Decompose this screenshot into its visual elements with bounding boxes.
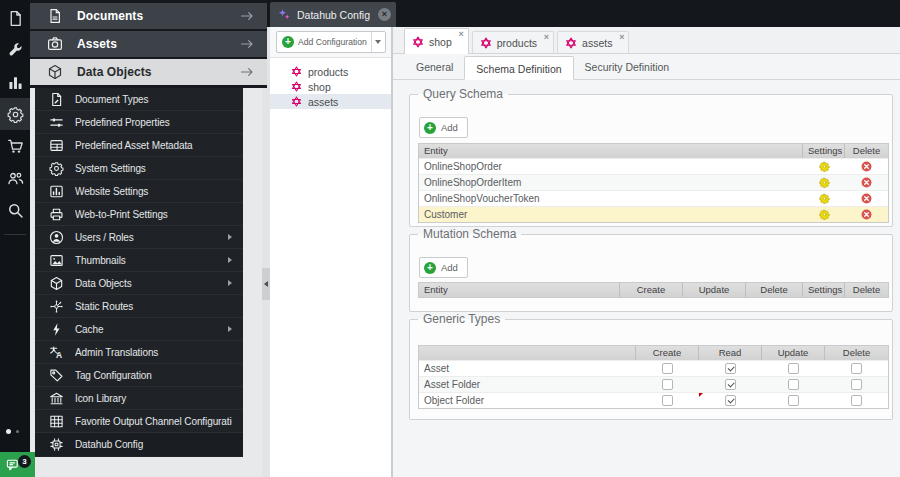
menu-item-document-types[interactable]: Document Types bbox=[35, 88, 243, 111]
mutation-add-button[interactable]: + Add bbox=[419, 257, 468, 278]
query-add-button[interactable]: + Add bbox=[419, 117, 468, 138]
settings-gear-icon[interactable] bbox=[819, 209, 830, 220]
editor-tab-assets[interactable]: assets× bbox=[557, 31, 629, 53]
read-checkbox[interactable] bbox=[725, 395, 736, 406]
add-configuration-button[interactable]: + Add Configuration bbox=[276, 31, 386, 53]
plus-icon: + bbox=[424, 122, 436, 134]
menu-item-web-to-print-settings[interactable]: Web-to-Print Settings bbox=[35, 203, 243, 226]
activity-tools-button[interactable] bbox=[0, 34, 30, 66]
close-icon[interactable]: × bbox=[619, 33, 624, 42]
update-checkbox[interactable] bbox=[788, 379, 799, 390]
column-header-blank[interactable] bbox=[419, 346, 636, 360]
table-row[interactable]: OnlineShopVoucherToken bbox=[419, 190, 888, 206]
delete-icon[interactable] bbox=[861, 161, 872, 172]
activity-search-button[interactable] bbox=[0, 194, 30, 226]
chat-button[interactable]: 3 bbox=[0, 452, 35, 477]
menu-item-website-settings[interactable]: Website Settings bbox=[35, 180, 243, 203]
collapse-panel-handle[interactable] bbox=[262, 268, 270, 300]
activity-users-button[interactable] bbox=[0, 162, 30, 194]
chevron-right-icon bbox=[228, 257, 232, 263]
arrow-right-icon bbox=[239, 36, 255, 52]
delete-checkbox[interactable] bbox=[851, 363, 862, 374]
read-checkbox[interactable] bbox=[725, 363, 736, 374]
delete-checkbox[interactable] bbox=[851, 395, 862, 406]
editor-tab-shop[interactable]: shop× bbox=[404, 28, 469, 54]
delete-icon[interactable] bbox=[861, 193, 872, 204]
menu-item-admin-translations[interactable]: AAdmin Translations bbox=[35, 341, 243, 364]
menu-section-data-objects[interactable]: Data Objects bbox=[30, 59, 267, 85]
create-checkbox[interactable] bbox=[662, 363, 673, 374]
menu-item-system-settings[interactable]: System Settings bbox=[35, 157, 243, 180]
settings-cell bbox=[803, 191, 845, 206]
close-icon[interactable]: × bbox=[459, 30, 464, 39]
hexagram-icon bbox=[291, 66, 302, 77]
activity-chart-button[interactable] bbox=[0, 66, 30, 98]
settings-gear-icon[interactable] bbox=[819, 161, 830, 172]
create-checkbox[interactable] bbox=[662, 379, 673, 390]
column-header-create[interactable]: Create bbox=[636, 346, 699, 360]
column-header-delete[interactable]: Delete bbox=[845, 144, 888, 158]
menu-item-users-roles[interactable]: Users / Roles bbox=[35, 226, 243, 249]
dropdown-caret-button[interactable] bbox=[371, 32, 385, 52]
column-header-settings[interactable]: Settings bbox=[803, 144, 845, 158]
subtab-security-definition[interactable]: Security Definition bbox=[574, 55, 681, 79]
panel-splitter[interactable] bbox=[262, 27, 270, 477]
entity-cell: OnlineShopVoucherToken bbox=[419, 191, 803, 206]
column-header-entity[interactable]: Entity bbox=[419, 144, 803, 158]
subtab-general[interactable]: General bbox=[405, 55, 464, 79]
settings-gear-icon[interactable] bbox=[819, 193, 830, 204]
activity-gear-button[interactable] bbox=[0, 98, 30, 130]
menu-item-tag-configuration[interactable]: Tag Configuration bbox=[35, 364, 243, 387]
delete-icon[interactable] bbox=[861, 177, 872, 188]
menu-item-datahub-config[interactable]: Datahub Config bbox=[35, 433, 243, 456]
menu-item-icon-library[interactable]: Icon Library bbox=[35, 387, 243, 410]
chevron-down-icon bbox=[375, 40, 381, 44]
menu-item-data-objects[interactable]: Data Objects bbox=[35, 272, 243, 295]
column-header-update[interactable]: Update bbox=[683, 283, 746, 297]
update-checkbox[interactable] bbox=[788, 395, 799, 406]
menu-item-favorite-output-channel-configurations[interactable]: Favorite Output Channel Configurations bbox=[35, 410, 243, 433]
menu-item-predefined-properties[interactable]: Predefined Properties bbox=[35, 111, 243, 134]
column-header-read[interactable]: Read bbox=[699, 346, 762, 360]
menu-item-cache[interactable]: Cache bbox=[35, 318, 243, 341]
table-row[interactable]: OnlineShopOrder bbox=[419, 158, 888, 174]
column-header-settings[interactable]: Settings bbox=[803, 283, 845, 297]
table-row[interactable]: OnlineShopOrderItem bbox=[419, 174, 888, 190]
table-row[interactable]: Object Folder bbox=[419, 392, 888, 408]
delete-checkbox[interactable] bbox=[851, 379, 862, 390]
activity-cart-button[interactable] bbox=[0, 130, 30, 162]
menu-section-assets[interactable]: Assets bbox=[30, 31, 267, 57]
editor-tab-products[interactable]: products× bbox=[472, 31, 554, 53]
menu-item-thumbnails[interactable]: Thumbnails bbox=[35, 249, 243, 272]
menu-item-predefined-asset-metadata[interactable]: Predefined Asset Metadata bbox=[35, 134, 243, 157]
menu-section-documents[interactable]: Documents bbox=[30, 3, 267, 29]
column-header-delete[interactable]: Delete bbox=[746, 283, 803, 297]
column-header-update[interactable]: Update bbox=[762, 346, 825, 360]
menu-item-static-routes[interactable]: Static Routes bbox=[35, 295, 243, 318]
column-header-create[interactable]: Create bbox=[620, 283, 683, 297]
activity-file-button[interactable] bbox=[0, 2, 30, 34]
subtab-schema-definition[interactable]: Schema Definition bbox=[464, 56, 573, 80]
close-icon[interactable]: × bbox=[378, 8, 391, 21]
delete-icon[interactable] bbox=[861, 209, 872, 220]
column-header-entity[interactable]: Entity bbox=[419, 283, 620, 297]
settings-gear-icon[interactable] bbox=[819, 177, 830, 188]
update-checkbox[interactable] bbox=[788, 363, 799, 374]
menu-item-label: Admin Translations bbox=[75, 347, 232, 358]
column-header-delete[interactable]: Delete bbox=[845, 283, 888, 297]
table-row[interactable]: Asset bbox=[419, 360, 888, 376]
column-header-delete[interactable]: Delete bbox=[825, 346, 888, 360]
table-row[interactable]: Asset Folder bbox=[419, 376, 888, 392]
table-row[interactable]: Customer bbox=[419, 206, 888, 222]
window-tab-datahub-config[interactable]: Datahub Config × bbox=[270, 2, 396, 27]
top-tab-bar: Datahub Config × bbox=[262, 0, 900, 27]
delete-cell bbox=[845, 191, 888, 206]
create-checkbox[interactable] bbox=[662, 395, 673, 406]
pagination-dots bbox=[6, 429, 19, 434]
read-checkbox[interactable] bbox=[725, 379, 736, 390]
sparkle-icon bbox=[277, 8, 291, 22]
tree-item-assets[interactable]: assets bbox=[270, 94, 391, 109]
tree-item-products[interactable]: products bbox=[270, 64, 391, 79]
close-icon[interactable]: × bbox=[544, 33, 549, 42]
tree-item-shop[interactable]: shop bbox=[270, 79, 391, 94]
